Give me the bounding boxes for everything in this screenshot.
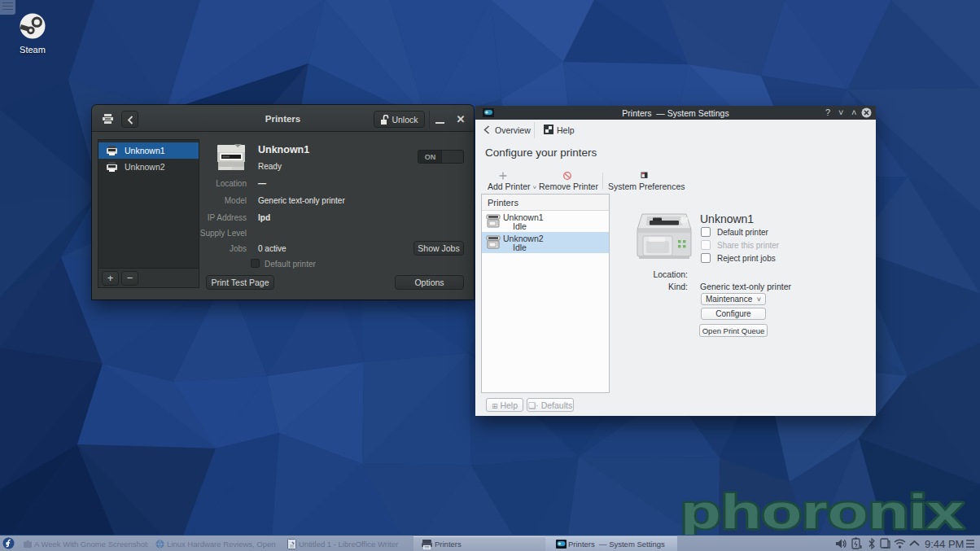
svg-text:phoronix: phoronix: [680, 486, 964, 539]
svg-text:9:44 PM: 9:44 PM: [925, 538, 964, 550]
